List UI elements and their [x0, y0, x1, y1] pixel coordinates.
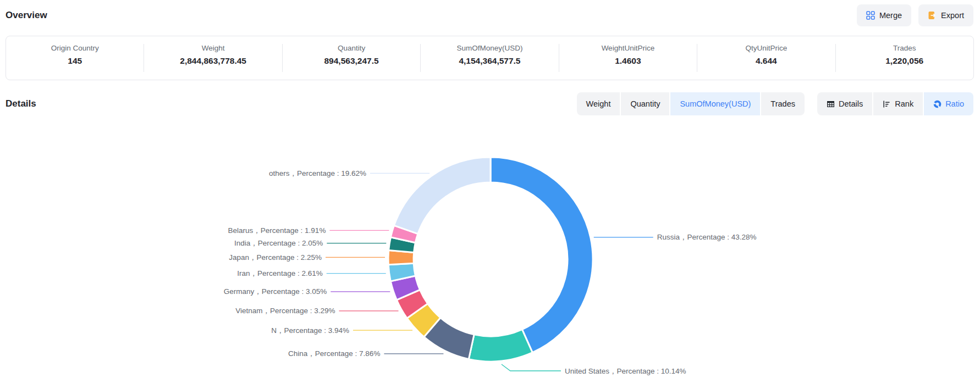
pie-label-germany: Germany，Percentage : 3.05% — [224, 287, 327, 296]
stat-col: SumOfMoney(USD)4,154,364,577.5 — [420, 44, 558, 72]
stat-value: 145 — [6, 56, 144, 66]
stat-label: Quantity — [283, 44, 420, 52]
ratio-chart: Russia，Percentage : 43.28%United States，… — [0, 115, 980, 378]
stat-label: QtyUnitPrice — [697, 44, 835, 52]
export-icon — [928, 11, 937, 20]
export-button[interactable]: Export — [918, 4, 973, 26]
page-title: Overview — [5, 10, 47, 21]
ratio-chart-area: Russia，Percentage : 43.28%United States，… — [0, 115, 980, 378]
stat-col: Weight2,844,863,778.45 — [144, 44, 282, 72]
merge-button-label: Merge — [879, 11, 902, 20]
stat-label: Weight — [144, 44, 282, 52]
metric-tab-trades[interactable]: Trades — [761, 92, 805, 115]
view-tabs: DetailsRankRatio — [817, 92, 973, 115]
pie-label-russia: Russia，Percentage : 43.28% — [657, 233, 757, 241]
view-tab-label: Ratio — [945, 99, 964, 108]
stat-value: 4,154,364,577.5 — [421, 56, 558, 66]
donut-icon — [933, 100, 942, 108]
stat-col: Trades1,220,056 — [835, 44, 973, 72]
stat-col: Origin Country145 — [6, 44, 144, 72]
metric-tabs: WeightQuantitySumOfMoney(USD)Trades — [577, 92, 805, 115]
details-title: Details — [5, 98, 36, 109]
stat-label: SumOfMoney(USD) — [421, 44, 558, 52]
stat-value: 4.644 — [697, 56, 835, 66]
stat-label: WeightUnitPrice — [559, 44, 697, 52]
table-icon — [827, 100, 835, 108]
pie-label-china: China，Percentage : 7.86% — [288, 349, 380, 358]
pie-label-japan: Japan，Percentage : 2.25% — [229, 253, 322, 262]
metric-tab-label: Trades — [770, 99, 795, 108]
pie-label-united-states: United States，Percentage : 10.14% — [565, 367, 686, 375]
stat-value: 894,563,247.5 — [283, 56, 420, 66]
pie-label-vietnam: Vietnam，Percentage : 3.29% — [235, 307, 335, 315]
export-button-label: Export — [941, 11, 964, 20]
pie-label-n: N，Percentage : 3.94% — [271, 326, 349, 335]
stat-label: Origin Country — [6, 44, 144, 52]
pie-slice-russia[interactable] — [491, 157, 593, 353]
merge-icon — [866, 11, 875, 20]
metric-tab-label: Weight — [586, 99, 611, 108]
topbar: Overview Merge Export — [5, 4, 973, 26]
topbar-buttons: Merge Export — [857, 4, 973, 26]
metric-tab-label: Quantity — [630, 99, 660, 108]
pie-label-iran: Iran，Percentage : 2.61% — [237, 269, 322, 277]
pie-label-belarus: Belarus，Percentage : 1.91% — [228, 226, 326, 235]
stat-col: QtyUnitPrice4.644 — [697, 44, 835, 72]
details-row: Details WeightQuantitySumOfMoney(USD)Tra… — [5, 92, 973, 115]
leader-line-united-states — [502, 364, 561, 371]
stat-value: 2,844,863,778.45 — [144, 56, 282, 66]
metric-tab-label: SumOfMoney(USD) — [680, 99, 751, 108]
metric-tab-quantity[interactable]: Quantity — [621, 92, 669, 115]
view-tab-label: Details — [839, 99, 863, 108]
metric-tab-weight[interactable]: Weight — [577, 92, 620, 115]
stat-col: WeightUnitPrice1.4603 — [559, 44, 697, 72]
details-controls: WeightQuantitySumOfMoney(USD)Trades Deta… — [577, 92, 973, 115]
rank-icon — [883, 100, 891, 108]
view-tab-rank[interactable]: Rank — [873, 92, 923, 115]
pie-slice-united-states[interactable] — [469, 330, 532, 362]
stat-value: 1,220,056 — [836, 56, 973, 66]
view-tab-label: Rank — [895, 99, 913, 108]
stat-value: 1.4603 — [559, 56, 697, 66]
view-tab-details[interactable]: Details — [817, 92, 872, 115]
pie-label-india: India，Percentage : 2.05% — [234, 239, 323, 247]
pie-slice-others[interactable] — [394, 157, 491, 234]
view-tab-ratio[interactable]: Ratio — [924, 92, 973, 115]
overview-stats-card: Origin Country145Weight2,844,863,778.45Q… — [5, 36, 974, 80]
merge-button[interactable]: Merge — [857, 4, 911, 26]
stat-label: Trades — [836, 44, 973, 52]
metric-tab-sumofmoney-usd-[interactable]: SumOfMoney(USD) — [670, 92, 760, 115]
pie-label-others: others，Percentage : 19.62% — [269, 169, 366, 177]
stat-col: Quantity894,563,247.5 — [282, 44, 420, 72]
